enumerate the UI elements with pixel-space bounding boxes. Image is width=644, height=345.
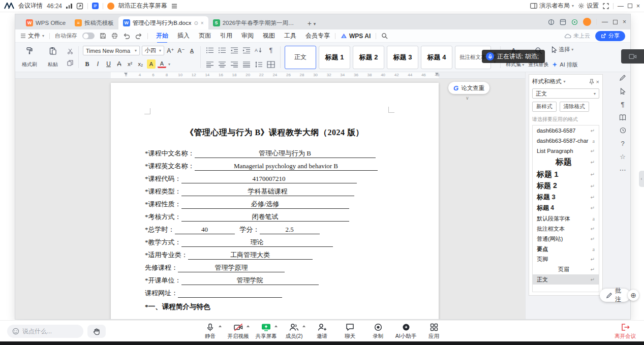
new-tab-button[interactable]: + [308, 19, 312, 27]
apps-button[interactable]: 应用 [421, 323, 447, 340]
document-page[interactable]: 《管理心理与行为 B》课程教学大纲（2024 版） *课程中文名称：管理心理与行… [111, 83, 439, 319]
chevron-down-icon[interactable]: ▾ [168, 62, 170, 67]
style-chip-heading2[interactable]: 标题 2 [353, 46, 384, 69]
share-screen-button[interactable]: 共享屏幕 [254, 323, 279, 340]
docs-icon[interactable] [92, 3, 99, 9]
minimize-button[interactable]: — [618, 3, 624, 9]
style-list-item[interactable]: dash6b63-6587-char a [533, 136, 599, 146]
align-right-icon[interactable] [229, 60, 239, 69]
ai-assistant-button[interactable]: AI小助手 [393, 323, 419, 340]
style-list-item[interactable]: List Paragraph ↵ [533, 146, 599, 156]
maximize-button[interactable] [628, 4, 632, 8]
ribbon-tab-member[interactable]: 会员专享 [305, 32, 330, 40]
font-color-button[interactable]: A [158, 60, 166, 68]
autosave-toggle[interactable] [82, 33, 95, 39]
chat-button[interactable]: 聊天 [338, 323, 363, 340]
members-button[interactable]: 成员(2) [282, 323, 307, 340]
numbered-list-icon[interactable] [217, 46, 227, 54]
file-menu[interactable]: 文件 ▾ [20, 32, 44, 40]
new-style-button[interactable]: 新样式 [532, 102, 557, 112]
cloud-status[interactable]: 未上云 [564, 32, 590, 40]
book-icon[interactable] [619, 114, 626, 120]
bold-button[interactable]: B [83, 59, 91, 69]
pin-icon[interactable] [589, 79, 594, 85]
style-chip-heading4[interactable]: 标题 4 [421, 46, 452, 69]
redo-icon[interactable] [135, 33, 142, 39]
document-area[interactable]: 《管理心理与行为 B》课程教学大纲（2024 版） *课程中文名称：管理心理与行… [15, 79, 525, 319]
tab-close-icon[interactable]: × [201, 20, 204, 26]
meeting-details-label[interactable]: 会议详情 [18, 2, 43, 10]
align-left-icon[interactable] [205, 60, 215, 69]
tab-schedule-sheet[interactable]: S 2026学年春季学期第一周课表 (1) [208, 16, 303, 29]
ruler[interactable]: 2468101214161820222426283032343638404244… [15, 72, 525, 79]
presenter-layout-button[interactable]: 演示者布局 ▾ [530, 2, 574, 10]
borders-icon[interactable] [266, 60, 276, 69]
chevron-down-icon[interactable]: ▾ [564, 79, 566, 84]
increase-font-icon[interactable]: A⁺ [166, 46, 175, 55]
style-list-item[interactable]: 正文 ↵ [533, 274, 599, 285]
ribbon-tab-references[interactable]: 引用 [220, 32, 232, 40]
font-size-select[interactable]: 小四 ▾ [142, 46, 164, 55]
search-icon[interactable] [381, 33, 388, 39]
close-button[interactable]: × [636, 3, 640, 9]
camera-button[interactable]: 开启视频 [226, 323, 251, 340]
chevron-up-icon[interactable] [302, 325, 305, 327]
theme-icon[interactable] [548, 19, 555, 25]
chevron-up-icon[interactable] [219, 325, 222, 327]
print-icon[interactable] [111, 33, 118, 39]
style-list-item[interactable]: 页脚 ↵ [533, 254, 599, 264]
paste-button[interactable]: 粘贴 [43, 45, 63, 69]
copy-icon[interactable] [67, 60, 73, 66]
clear-format-icon[interactable]: A̲ [188, 46, 196, 55]
wps-ai-button[interactable]: WPS AI [341, 33, 371, 40]
panel-collapse-handle[interactable]: ‹ [639, 171, 644, 187]
more-icon[interactable]: ⋯ [620, 167, 626, 173]
raise-hand-button[interactable] [87, 325, 106, 338]
style-chip-heading3[interactable]: 标题 3 [387, 46, 418, 69]
ribbon-tab-page[interactable]: 页面 [199, 32, 211, 40]
zoom-icon[interactable]: ⊕ [628, 290, 639, 301]
tab-current-document[interactable]: W 管理心理与行为B.docx ⊙ × [118, 16, 208, 29]
style-chip-body[interactable]: 正文 [285, 46, 316, 69]
leave-meeting-button[interactable]: 离开会议 [615, 323, 636, 340]
current-style-select[interactable]: 正文 ▾ [532, 88, 599, 99]
style-list-item[interactable]: 标题 2 ↵ [533, 180, 599, 192]
tab-template-doc[interactable]: ≡ 投稿壳模板 [70, 16, 118, 29]
edit-icon[interactable] [619, 74, 626, 81]
notification-icon[interactable] [571, 19, 578, 25]
style-list-item[interactable]: dash6b63-6587 ↵ [533, 126, 599, 136]
superscript-button[interactable]: x² [126, 59, 134, 69]
wps-minimize-button[interactable]: — [602, 19, 608, 25]
paragraph-icon[interactable]: ¶ [621, 101, 625, 108]
style-list-item[interactable]: 普通(网站) ↵ [533, 234, 599, 244]
wps-close-button[interactable]: × [623, 19, 626, 25]
plagiarism-check-button[interactable]: G 论文查重 [448, 82, 489, 94]
sharing-list-icon[interactable] [171, 4, 177, 9]
increase-indent-icon[interactable] [241, 46, 252, 54]
annotate-button[interactable]: 批注 [600, 289, 630, 302]
justify-icon[interactable] [241, 60, 252, 69]
line-spacing-icon[interactable] [254, 60, 264, 69]
chevron-up-icon[interactable] [274, 325, 278, 327]
settings-button[interactable]: 设置 [578, 2, 599, 10]
window-mode-icon[interactable] [560, 19, 566, 25]
wps-maximize-button[interactable] [613, 20, 618, 24]
mute-button[interactable]: 静音 [198, 323, 223, 340]
decrease-indent-icon[interactable] [229, 46, 239, 54]
cut-icon[interactable] [67, 48, 73, 54]
font-name-select[interactable]: Times New Roma ▾ [83, 46, 140, 55]
ribbon-tab-tools[interactable]: 工具 [284, 32, 296, 40]
record-button[interactable]: 录制 [365, 323, 391, 340]
tab-wps-office[interactable]: W WPS Office [21, 16, 70, 29]
ribbon-tab-review[interactable]: 审阅 [241, 32, 254, 40]
highlight-color-button[interactable]: A [147, 59, 156, 69]
style-list-item[interactable]: 标题 4 ↵ [533, 203, 599, 213]
copy-meeting-info-icon[interactable] [76, 3, 83, 10]
align-center-icon[interactable] [217, 60, 227, 69]
show-paragraph-marks-icon[interactable]: ¶ [266, 46, 276, 54]
tab-list-caret-icon[interactable]: ▾ [314, 21, 316, 26]
style-list-item[interactable]: 标题 1 ↵ [533, 169, 599, 180]
chevron-up-icon[interactable] [247, 325, 250, 327]
ribbon-tab-view[interactable]: 视图 [263, 32, 275, 40]
subscript-button[interactable]: x₂ [136, 59, 145, 69]
